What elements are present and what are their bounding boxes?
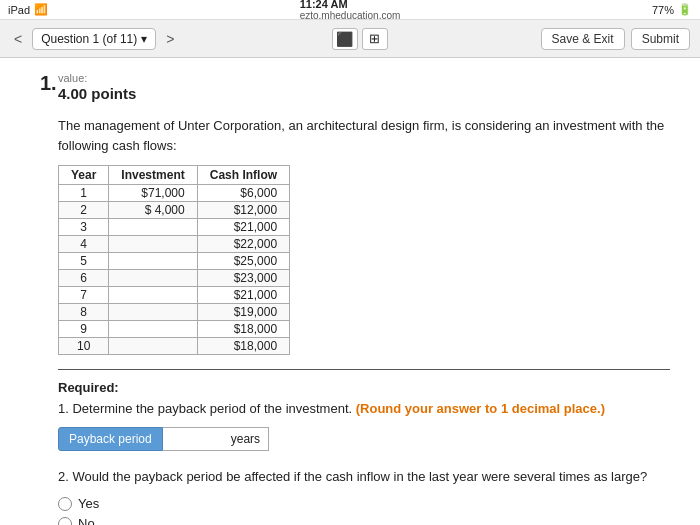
cell-year: 8 — [59, 304, 109, 321]
radio-no-option[interactable]: No — [58, 516, 670, 525]
cell-year: 1 — [59, 185, 109, 202]
table-row: 1$71,000$6,000 — [59, 185, 290, 202]
next-button[interactable]: > — [162, 29, 178, 49]
battery-icon: 🔋 — [678, 3, 692, 16]
question-wrapper: 1. value: 4.00 points The management of … — [30, 72, 670, 525]
cell-year: 2 — [59, 202, 109, 219]
nav-left: < Question 1 (of 11) ▾ > — [10, 28, 178, 50]
status-url: ezto.mheducation.com — [300, 10, 401, 21]
cell-year: 4 — [59, 236, 109, 253]
cell-cashinflow: $25,000 — [197, 253, 289, 270]
instruction1-highlight: (Round your answer to 1 decimal place.) — [356, 401, 605, 416]
table-row: 7$21,000 — [59, 287, 290, 304]
years-label: years — [223, 427, 269, 451]
cell-investment — [109, 236, 197, 253]
question-text: The management of Unter Corporation, an … — [58, 116, 670, 155]
status-bar-left: iPad 📶 — [8, 3, 48, 16]
required-label: Required: — [58, 380, 670, 395]
grid-icon: ⊞ — [369, 31, 380, 46]
status-bar-right: 77% 🔋 — [652, 3, 692, 16]
radio-no-label: No — [78, 516, 95, 525]
wifi-icon: 📶 — [34, 3, 48, 16]
nav-center: ⬛ ⊞ — [332, 28, 388, 50]
instruction1-text: 1. Determine the payback period of the i… — [58, 401, 352, 416]
radio-no[interactable] — [58, 517, 72, 526]
radio-yes-option[interactable]: Yes — [58, 496, 670, 511]
table-row: 6$23,000 — [59, 270, 290, 287]
cell-year: 5 — [59, 253, 109, 270]
table-row: 2$ 4,000$12,000 — [59, 202, 290, 219]
bookmark-icon: ⬛ — [336, 31, 353, 47]
cell-cashinflow: $22,000 — [197, 236, 289, 253]
radio-yes-label: Yes — [78, 496, 99, 511]
nav-bar: < Question 1 (of 11) ▾ > ⬛ ⊞ Save & Exit… — [0, 20, 700, 58]
cell-year: 6 — [59, 270, 109, 287]
question-label: Question 1 (of 11) — [41, 32, 137, 46]
question-number: 1. — [40, 72, 57, 95]
table-row: 5$25,000 — [59, 253, 290, 270]
status-bar-center: 11:24 AM ezto.mheducation.com — [300, 0, 401, 21]
col-header-year: Year — [59, 166, 109, 185]
question-points: 4.00 points — [58, 85, 670, 102]
cell-year: 3 — [59, 219, 109, 236]
cell-investment — [109, 253, 197, 270]
question-dropdown[interactable]: Question 1 (of 11) ▾ — [32, 28, 156, 50]
nav-right: Save & Exit Submit — [541, 28, 690, 50]
payback-period-label-btn[interactable]: Payback period — [58, 427, 163, 451]
payback-input[interactable] — [163, 427, 223, 451]
instruction1: 1. Determine the payback period of the i… — [58, 399, 670, 419]
cell-cashinflow: $18,000 — [197, 321, 289, 338]
col-header-cashinflow: Cash Inflow — [197, 166, 289, 185]
table-row: 4$22,000 — [59, 236, 290, 253]
cell-cashinflow: $18,000 — [197, 338, 289, 355]
table-row: 10$18,000 — [59, 338, 290, 355]
cell-investment — [109, 287, 197, 304]
cell-year: 9 — [59, 321, 109, 338]
cell-investment — [109, 338, 197, 355]
payback-row: Payback period years — [58, 427, 670, 451]
table-row: 8$19,000 — [59, 304, 290, 321]
ipad-label: iPad — [8, 4, 30, 16]
section-divider — [58, 369, 670, 370]
cell-investment: $ 4,000 — [109, 202, 197, 219]
cell-investment — [109, 270, 197, 287]
dropdown-arrow-icon: ▾ — [141, 32, 147, 46]
question2-text: 2. Would the payback period be affected … — [58, 467, 670, 487]
cell-cashinflow: $6,000 — [197, 185, 289, 202]
submit-button[interactable]: Submit — [631, 28, 690, 50]
cell-year: 7 — [59, 287, 109, 304]
bookmark-icon-box[interactable]: ⬛ — [332, 28, 358, 50]
cell-investment — [109, 219, 197, 236]
cash-flow-table: Year Investment Cash Inflow 1$71,000$6,0… — [58, 165, 290, 355]
table-row: 3$21,000 — [59, 219, 290, 236]
status-time: 11:24 AM — [300, 0, 401, 10]
radio-yes[interactable] — [58, 497, 72, 511]
cell-year: 10 — [59, 338, 109, 355]
main-content: 1. value: 4.00 points The management of … — [0, 58, 700, 525]
cell-cashinflow: $19,000 — [197, 304, 289, 321]
cell-investment: $71,000 — [109, 185, 197, 202]
col-header-investment: Investment — [109, 166, 197, 185]
status-bar: iPad 📶 11:24 AM ezto.mheducation.com 77%… — [0, 0, 700, 20]
cell-investment — [109, 304, 197, 321]
cell-investment — [109, 321, 197, 338]
battery-label: 77% — [652, 4, 674, 16]
grid-icon-box[interactable]: ⊞ — [362, 28, 388, 50]
cell-cashinflow: $21,000 — [197, 219, 289, 236]
cell-cashinflow: $23,000 — [197, 270, 289, 287]
prev-button[interactable]: < — [10, 29, 26, 49]
value-label: value: — [58, 72, 670, 84]
cell-cashinflow: $12,000 — [197, 202, 289, 219]
table-row: 9$18,000 — [59, 321, 290, 338]
required-section: Required: 1. Determine the payback perio… — [58, 380, 670, 525]
cell-cashinflow: $21,000 — [197, 287, 289, 304]
save-exit-button[interactable]: Save & Exit — [541, 28, 625, 50]
